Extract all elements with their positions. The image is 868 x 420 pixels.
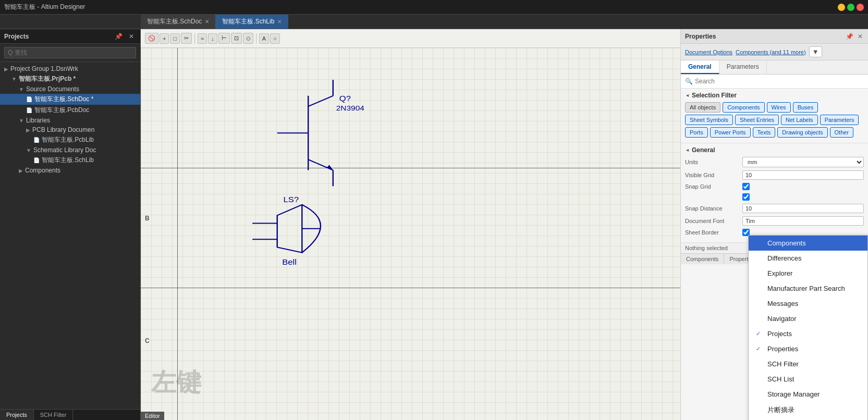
tab-schdoc-close[interactable]: ✕ [205,19,209,24]
filter-btn-all-objects[interactable]: All objects [685,102,720,113]
tool-diamond[interactable]: ◇ [243,33,253,44]
tree-item-group1[interactable]: ▶Project Group 1.DsnWrk [0,64,140,73]
components-filter-button[interactable]: ▼ [809,46,822,57]
row-label-c: C [145,337,150,344]
filter-btn-power-ports[interactable]: Power Ports [710,127,751,138]
components-link[interactable]: Components (and 11 more) [736,49,806,55]
tree-icon-libraries: ▼ [19,118,24,123]
dropdown-item-storage-manager[interactable]: Storage Manager [749,387,867,402]
tree-item-proj1[interactable]: ▼智能车主板.PrjPcb * [0,73,140,84]
dropdown-label-projects: Projects [767,330,792,338]
visible-grid-input[interactable] [742,170,864,180]
tab-parameters[interactable]: Parameters [719,60,767,74]
filter-btn-parameters[interactable]: Parameters [820,115,859,125]
sheet-border-label: Sheet Border [685,229,742,236]
canvas-grid[interactable]: B C [141,48,680,420]
right-panel-pin[interactable]: 📌 [845,32,854,41]
tree-label-components: Components [25,167,60,174]
dropdown-item-explorer[interactable]: Explorer [749,266,867,281]
doc-options-link[interactable]: Document Options [685,49,732,55]
right-panel-close[interactable]: ✕ [857,32,864,41]
left-search-input[interactable] [4,47,136,58]
svg-text:Q?: Q? [339,94,351,103]
tab-general[interactable]: General [681,60,719,74]
tab-schlib-close[interactable]: ✕ [277,19,282,24]
filter-btn-sheet-symbols[interactable]: Sheet Symbols [685,115,733,125]
dropdown-item-components[interactable]: Components [749,236,867,251]
editor-label: Editor [141,412,164,420]
filter-btn-components[interactable]: Components [723,102,764,113]
tool-add[interactable]: + [160,33,169,44]
left-panel-close-button[interactable]: ✕ [127,32,136,41]
main-layout: Projects 📌 ✕ ▶Project Group 1.DsnWrk▼智能车… [0,29,868,420]
dropdown-item-sch-filter[interactable]: SCH Filter [749,356,867,372]
right-panel-search: 🔍 [681,75,868,89]
dropdown-item-sch-list[interactable]: SCH List [749,372,867,387]
border-line-h2 [141,288,680,288]
snap-grid-checkbox2[interactable] [742,193,750,201]
tool-cut[interactable]: ✂ [181,33,192,44]
tab-schlib[interactable]: 智能车主板.SchLib ✕ [216,15,288,29]
svg-text:2N3904: 2N3904 [336,104,364,112]
tool-box[interactable]: ⊡ [231,33,242,44]
dropdown-item-differences[interactable]: Differences [749,251,867,266]
left-search-box [0,44,140,62]
filter-btn-texts[interactable]: Texts [753,127,776,138]
filter-btn-ports[interactable]: Ports [685,127,708,138]
dropdown-item-pian-zhai-lu[interactable]: 片断摘录 [749,402,867,418]
tool-rect[interactable]: □ [170,33,180,44]
right-bottom-tab-0[interactable]: Components [681,254,724,264]
tool-branch[interactable]: ⊢ [218,33,230,44]
snap-grid-checkbox[interactable] [742,183,750,190]
tool-filter[interactable]: 🚫 [145,33,158,44]
tree-item-schlib_folder[interactable]: ▼Schematic Library Doc [0,145,140,155]
check-icon-projects: ✓ [756,330,764,337]
tree-label-source: Source Documents [26,85,79,93]
filter-btn-net-labels[interactable]: Net Labels [781,115,818,125]
tab-bar: 智能车主板.SchDoc ✕ 智能车主板.SchLib ✕ [0,15,868,29]
filter-btn-drawing-objects[interactable]: Drawing objects [777,127,827,138]
maximize-button[interactable] [847,4,854,11]
filter-btn-other[interactable]: Other [830,127,854,138]
snap-grid-label: Snap Grid [685,183,742,190]
close-button[interactable] [857,4,864,11]
minimize-button[interactable] [838,4,845,11]
filter-btn-sheet-entries[interactable]: Sheet Entries [735,115,779,125]
dropdown-item-navigator[interactable]: Navigator [749,311,867,326]
tool-circle[interactable]: ○ [270,33,280,44]
dropdown-item-messages[interactable]: Messages [749,296,867,311]
right-panel-title: Properties [685,33,716,40]
title-bar-controls [838,4,864,11]
border-line-v1 [177,48,178,420]
center-panel: 🚫 + □ ✂ ≈ ↓ ⊢ ⊡ ◇ A ○ B C [141,29,680,420]
filter-btn-wires[interactable]: Wires [767,102,791,113]
tree-item-components[interactable]: ▶Components [0,166,140,175]
tab-schdoc[interactable]: 智能车主板.SchDoc ✕ [141,15,216,29]
left-panel-title: Projects [4,33,29,40]
right-search-input[interactable] [695,78,864,85]
tree-item-libraries[interactable]: ▼Libraries [0,116,140,125]
filter-btn-buses[interactable]: Buses [793,102,818,113]
dropdown-item-projects[interactable]: ✓Projects [749,326,867,341]
snap-distance-input[interactable] [742,204,864,213]
units-select[interactable]: mm [742,157,864,167]
tree-label-schlib_file: 智能车主板.SchLib [42,156,94,165]
tree-item-pcbdoc[interactable]: 📄智能车主板.PcbDoc [0,105,140,116]
left-bottom-tab-1[interactable]: SCH Filter [34,410,74,420]
tree-label-group1: Project Group 1.DsnWrk [10,65,78,72]
dropdown-item-properties[interactable]: ✓Properties [749,341,867,356]
selection-filter-section: Selection Filter All objectsComponentsWi… [681,89,868,143]
tree-item-pcblib[interactable]: ▶PCB Library Documen [0,125,140,134]
left-bottom-tab-0[interactable]: Projects [0,410,34,420]
canvas-area[interactable]: B C [141,48,680,420]
tree-item-source[interactable]: ▼Source Documents [0,84,140,94]
document-font-input[interactable] [742,216,864,226]
dropdown-item-manufacturer-part-search[interactable]: Manufacturer Part Search [749,281,867,296]
tool-wave[interactable]: ≈ [198,33,207,44]
tree-item-schdoc[interactable]: 📄智能车主板.SchDoc * [0,94,140,105]
tool-text[interactable]: A [259,33,269,44]
tool-down[interactable]: ↓ [208,33,217,44]
tree-item-schlib_file[interactable]: 📄智能车主板.SchLib [0,155,140,166]
pin-button[interactable]: 📌 [113,32,125,41]
tree-item-pcblib_file[interactable]: 📄智能车主板.PcbLib [0,134,140,145]
